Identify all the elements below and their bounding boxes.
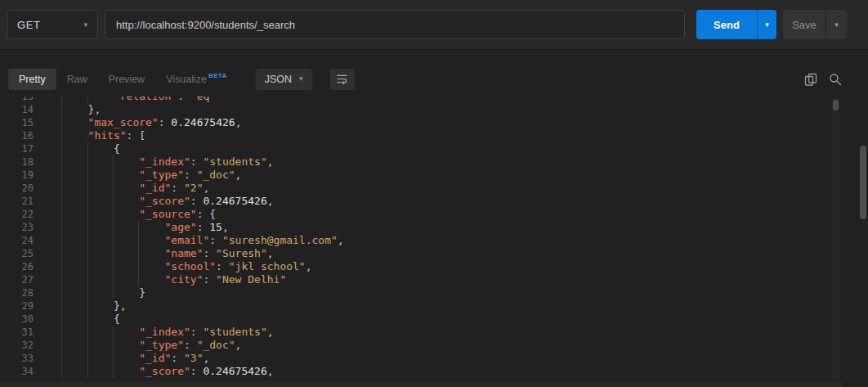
editor-vscrollbar[interactable] <box>832 98 839 380</box>
token-key: "city" <box>164 273 203 286</box>
line-number: 16 <box>0 129 37 142</box>
token-punc: : <box>190 365 204 377</box>
line-number: 20 <box>0 182 37 195</box>
indent-guide <box>37 365 62 378</box>
indent-guide <box>37 273 62 286</box>
indent-guide <box>62 260 87 273</box>
send-dropdown-button[interactable]: ▾ <box>757 10 776 39</box>
format-select[interactable]: JSON ▾ <box>256 69 312 90</box>
editor-hscrollbar[interactable] <box>0 381 842 387</box>
tab-raw[interactable]: Raw <box>56 69 98 90</box>
code-line: 32"_type": "_doc", <box>0 339 842 352</box>
token-key: "_id" <box>139 352 171 364</box>
indent-guide <box>114 195 139 208</box>
token-str: "2" <box>184 182 203 194</box>
indent-guide <box>139 260 164 273</box>
tab-label: Preview <box>109 74 145 85</box>
tab-label: Raw <box>67 74 87 85</box>
indent-guide <box>114 234 139 247</box>
token-num: 0.24675426 <box>203 365 266 377</box>
indent-guide <box>114 326 139 339</box>
token-punc: , <box>306 260 312 272</box>
indent-guide <box>37 299 62 313</box>
url-input[interactable] <box>105 10 685 39</box>
token-punc: : { <box>197 208 216 220</box>
indent-guide <box>114 247 139 260</box>
token-punc: { <box>114 142 120 155</box>
indent-guide <box>88 352 114 365</box>
method-select[interactable]: GET ▾ <box>7 10 98 39</box>
indent-guide <box>114 260 139 273</box>
indent-guide <box>88 339 114 352</box>
token-punc: , <box>267 155 274 168</box>
indent-guide <box>62 234 87 247</box>
token-punc: : <box>216 260 229 272</box>
line-number: 29 <box>0 299 37 313</box>
save-button-group: Save ▾ <box>783 10 847 39</box>
code-line: 13"relation": "eq" <box>0 97 842 103</box>
token-key: "name" <box>164 247 203 259</box>
indent-guide <box>37 313 62 326</box>
token-str: "students" <box>203 155 266 168</box>
window-scrollbar-thumb[interactable] <box>860 146 866 219</box>
token-key: "_type" <box>139 169 184 181</box>
indent-guide <box>114 339 139 352</box>
token-key: "_score" <box>139 365 190 377</box>
tab-pretty[interactable]: Pretty <box>8 69 56 90</box>
indent-guide <box>114 208 139 221</box>
token-punc: , <box>203 352 209 364</box>
token-punc: { <box>114 313 120 325</box>
indent-guide <box>88 286 114 299</box>
window-scrollbar[interactable] <box>860 51 867 387</box>
code-line: 17{ <box>0 142 842 155</box>
code-line: 14}, <box>0 103 842 116</box>
code-line: 23"age": 15, <box>0 221 842 234</box>
indent-guide <box>114 365 139 378</box>
indent-guide <box>37 221 62 234</box>
send-button[interactable]: Send <box>696 10 757 39</box>
indent-guide <box>37 195 62 208</box>
line-number: 14 <box>0 103 37 116</box>
code-line: 31"_index": "students", <box>0 326 842 339</box>
indent-guide <box>37 247 62 260</box>
line-number: 13 <box>0 97 37 103</box>
indent-guide <box>37 326 62 339</box>
token-punc: : <box>190 155 204 168</box>
tab-visualize[interactable]: VisualizeBETA <box>155 69 238 90</box>
token-str: "students" <box>203 326 266 338</box>
indent-guide <box>88 195 114 208</box>
token-num: 15 <box>209 221 222 233</box>
token-punc: , <box>267 365 274 377</box>
indent-guide <box>88 155 114 169</box>
wrap-text-button[interactable] <box>330 69 355 90</box>
save-button[interactable]: Save <box>783 10 825 39</box>
token-key: "_source" <box>139 208 196 220</box>
indent-guide <box>37 339 62 352</box>
code-area: 13"relation": "eq"14},15"max_score": 0.2… <box>0 97 842 378</box>
indent-guide <box>88 97 114 103</box>
token-str: "suresh@gmail.com" <box>222 234 338 246</box>
token-key: "_index" <box>139 155 190 168</box>
save-dropdown-button[interactable]: ▾ <box>825 10 847 39</box>
indent-guide <box>62 221 87 234</box>
line-number: 18 <box>0 155 37 169</box>
indent-guide <box>139 273 164 286</box>
code-line: 33"_id": "3", <box>0 352 842 365</box>
line-number: 15 <box>0 116 37 129</box>
search-button[interactable] <box>829 73 842 86</box>
token-key: "_score" <box>139 195 190 207</box>
tab-preview[interactable]: Preview <box>98 69 155 90</box>
copy-button[interactable] <box>804 73 817 86</box>
response-editor[interactable]: 13"relation": "eq"14},15"max_score": 0.2… <box>0 97 842 387</box>
code-line: 20"_id": "2", <box>0 182 842 195</box>
code-line: 15"max_score": 0.24675426, <box>0 116 842 129</box>
indent-guide <box>88 260 114 273</box>
indent-guide <box>62 169 87 182</box>
token-punc: : <box>171 182 184 194</box>
token-punc: }, <box>114 299 127 312</box>
indent-guide <box>139 234 164 247</box>
indent-guide <box>62 129 87 142</box>
editor-vscrollbar-thumb[interactable] <box>833 100 839 110</box>
indent-guide <box>88 221 114 234</box>
token-str: "jkl school" <box>229 260 306 272</box>
